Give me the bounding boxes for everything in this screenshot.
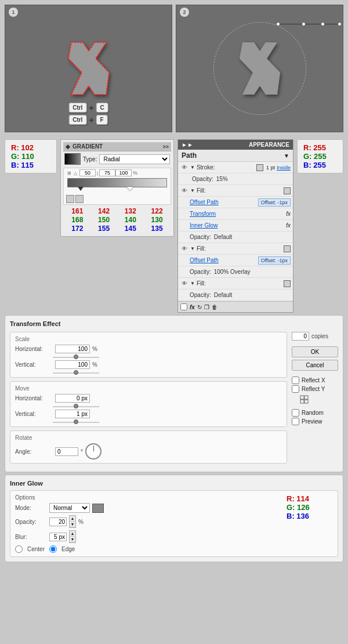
reflect-x-check[interactable]	[292, 377, 299, 384]
glow-color-swatch[interactable]	[92, 504, 104, 513]
scale-v-slider[interactable]	[53, 372, 99, 374]
rotate-section: Rotate Angle: °	[10, 430, 287, 464]
move-v-slider[interactable]	[53, 422, 99, 423]
blur-up[interactable]: ▲	[70, 531, 75, 537]
scale-h-slider[interactable]	[53, 357, 99, 358]
eye-icon-fill3[interactable]: 👁	[180, 280, 188, 288]
gradient-diamond: ◆	[66, 143, 70, 150]
move-v-input[interactable]	[55, 410, 90, 418]
reflect-y-row: Reflect Y	[292, 385, 338, 393]
gradient-icon-2[interactable]	[75, 195, 84, 203]
handle-mid2	[321, 22, 325, 26]
eye-icon-fill1[interactable]: 👁	[180, 187, 188, 195]
handle-line	[276, 24, 340, 24]
plus-1: +	[89, 103, 93, 113]
stroke-position[interactable]: Inside	[277, 165, 291, 171]
inner-glow-left: Options Mode: Normal Multiply Screen Opa…	[15, 494, 281, 553]
offset1-btn[interactable]: Offset: -1px	[258, 199, 291, 205]
fill1-swatch[interactable]	[284, 187, 291, 194]
mode-label: Mode:	[15, 505, 47, 511]
transform-right: copies OK Cancel Reflect X Reflect Y	[292, 332, 338, 467]
opacity-up[interactable]: ▲	[70, 516, 75, 522]
fill2-swatch[interactable]	[284, 245, 291, 252]
scale-h-thumb	[74, 354, 78, 359]
ruler-icon: ⊞	[67, 171, 71, 176]
gradient-type-select[interactable]: Radial Linear	[99, 154, 170, 164]
appear-fill3-row[interactable]: 👁 ▼ Fill:	[178, 278, 293, 290]
gradient-icon-1[interactable]	[66, 195, 74, 203]
edge-radio[interactable]	[49, 545, 57, 553]
shortcut-row-2: Ctrl + F	[68, 115, 108, 125]
gradient-input-3[interactable]	[115, 169, 132, 176]
angle-dial[interactable]	[85, 443, 102, 460]
inner-glow-link[interactable]: Inner Glow	[190, 222, 217, 229]
opacity4-label: Opacity:	[190, 292, 211, 298]
center-radio[interactable]	[15, 545, 23, 553]
grad-r4: 122	[144, 207, 170, 215]
move-h-input[interactable]	[55, 394, 90, 403]
opacity2-value: Default	[214, 234, 233, 240]
appear-inner-glow-row: Inner Glow fx	[178, 220, 293, 231]
opacity3-label: Opacity:	[190, 269, 211, 275]
glow-opacity-stepper[interactable]: ▲ ▼	[69, 515, 76, 528]
transform-title: Transform Effect	[10, 320, 338, 327]
random-check[interactable]	[292, 409, 299, 417]
svg-rect-2	[300, 400, 304, 403]
ok-button[interactable]: OK	[292, 346, 338, 357]
transform-link[interactable]: Transform	[190, 211, 216, 217]
appear-refresh-icon[interactable]: ↻	[197, 304, 202, 310]
angle-icon: △	[74, 171, 77, 176]
glow-blur-stepper[interactable]: ▲ ▼	[69, 530, 76, 543]
color-b-left: B: 115	[11, 161, 50, 169]
gradient-input-2[interactable]	[99, 169, 115, 176]
appear-trash-icon[interactable]: 🗑	[212, 304, 217, 310]
eye-icon-fill2[interactable]: 👁	[180, 245, 188, 253]
offset2-value[interactable]: Offset: -1px	[258, 256, 291, 265]
fill3-swatch[interactable]	[284, 280, 291, 287]
fill1-label: Fill:	[197, 187, 282, 194]
appear-fill2-row[interactable]: 👁 ▼ Fill:	[178, 243, 293, 255]
glow-blur-input[interactable]	[49, 533, 67, 541]
inner-glow-section: Options Mode: Normal Multiply Screen Opa…	[10, 490, 338, 557]
random-row: Random	[292, 409, 338, 417]
appear-opacity2-row: Opacity: Default	[178, 231, 293, 243]
gradient-bar[interactable]	[67, 178, 167, 187]
appear-fx-label[interactable]: fx	[190, 304, 195, 310]
grad-b3: 145	[118, 225, 144, 233]
appear-stroke-row[interactable]: 👁 ▼ Stroke: 1 pt Inside	[178, 162, 293, 173]
scale-v-input[interactable]: 100	[55, 360, 90, 369]
gradient-input-1[interactable]	[79, 169, 96, 176]
appear-checkbox[interactable]	[180, 303, 187, 310]
appearance-title-bar: ►► APPEARANCE	[178, 140, 293, 150]
stroke-swatch[interactable]	[256, 164, 263, 171]
rotate-title: Rotate	[15, 435, 282, 441]
grad-b1: 172	[64, 225, 90, 233]
eye-icon-stroke[interactable]: 👁	[180, 164, 188, 172]
reflect-y-check[interactable]	[292, 385, 299, 393]
fill2-arrow: ▼	[190, 246, 195, 251]
appear-duplicate-icon[interactable]: ❒	[204, 304, 209, 310]
appear-expand-icon[interactable]: ▼	[284, 153, 289, 159]
copies-input[interactable]	[292, 332, 309, 341]
glow-opacity-input[interactable]	[49, 518, 67, 526]
preview-check[interactable]	[292, 418, 299, 425]
copies-row: copies	[292, 332, 338, 341]
offset-path2-label[interactable]: Offset Path	[190, 257, 219, 263]
fill1-arrow: ▼	[190, 188, 195, 193]
inner-glow-panel: Inner Glow Options Mode: Normal Multiply…	[5, 475, 343, 562]
opacity4-value: Default	[214, 292, 233, 298]
cancel-button[interactable]: Cancel	[292, 360, 338, 371]
gradient-swatch[interactable]	[64, 153, 81, 165]
gradient-collapse[interactable]: >>	[162, 144, 169, 150]
scale-v-unit: %	[92, 361, 97, 368]
move-h-slider[interactable]	[53, 406, 99, 407]
scale-h-input[interactable]: 100	[55, 345, 90, 353]
blur-down[interactable]: ▼	[70, 537, 75, 542]
mode-select[interactable]: Normal Multiply Screen	[49, 503, 90, 513]
angle-input[interactable]	[55, 447, 78, 456]
offset1-value[interactable]: Offset: -1px	[258, 198, 291, 207]
transform-inner: Scale Horizontal: 100 % Vertical: 100 %	[10, 332, 338, 467]
appear-fill1-row[interactable]: 👁 ▼ Fill:	[178, 185, 293, 197]
offset-path1-label[interactable]: Offset Path	[190, 199, 219, 205]
opacity-down[interactable]: ▼	[70, 522, 75, 527]
